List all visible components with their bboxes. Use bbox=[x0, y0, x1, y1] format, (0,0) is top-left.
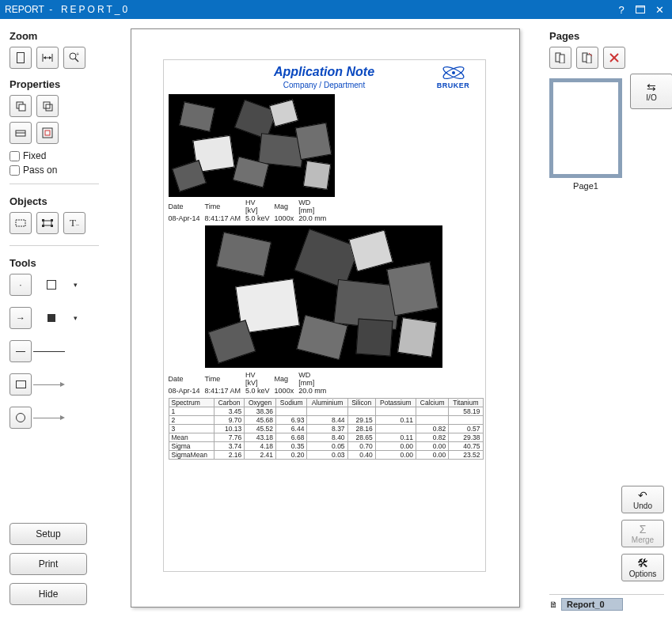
tab-report0[interactable]: Report_0 bbox=[561, 598, 623, 611]
setup-button[interactable]: Setup bbox=[9, 523, 87, 545]
sem-image-2 bbox=[205, 225, 442, 368]
object-text-button[interactable]: T.. bbox=[63, 212, 85, 234]
zoom-custom-button[interactable]: + bbox=[63, 47, 85, 69]
svg-point-27 bbox=[452, 71, 455, 74]
undo-button[interactable]: ↶ Undo bbox=[621, 486, 664, 513]
prop-3-button[interactable] bbox=[9, 122, 32, 144]
tool-line-button[interactable] bbox=[9, 340, 32, 362]
sigma-icon: Σ bbox=[640, 524, 647, 535]
outline-dropdown[interactable]: ▾ bbox=[70, 281, 81, 289]
properties-heading: Properties bbox=[9, 78, 99, 90]
arrowstyle2-sample bbox=[33, 414, 70, 422]
swap-icon: ⇆ bbox=[647, 81, 656, 93]
tool-circle-button[interactable] bbox=[9, 407, 32, 429]
undo-icon: ↶ bbox=[638, 490, 647, 501]
arrowstyle1-sample bbox=[33, 380, 70, 388]
window-title: REPORT - REPORT_0 bbox=[5, 4, 610, 15]
options-icon: 🛠 bbox=[637, 558, 648, 569]
object-handles-button[interactable] bbox=[36, 212, 59, 234]
maximize-button[interactable] bbox=[632, 3, 648, 16]
fill-dropdown[interactable]: ▾ bbox=[70, 314, 81, 322]
left-sidebar: Zoom + Properties Fixed Pass on Objects bbox=[0, 19, 108, 617]
tool-rect-button[interactable] bbox=[9, 373, 32, 396]
svg-rect-22 bbox=[51, 219, 53, 221]
svg-rect-21 bbox=[42, 219, 44, 221]
tools-heading: Tools bbox=[9, 257, 99, 269]
svg-rect-17 bbox=[43, 128, 52, 138]
close-button[interactable]: ✕ bbox=[651, 3, 667, 16]
passon-checkbox[interactable] bbox=[9, 165, 20, 176]
tool-point-button[interactable]: · bbox=[9, 274, 32, 296]
svg-rect-2 bbox=[17, 53, 25, 63]
prop-2-button[interactable] bbox=[36, 95, 59, 117]
svg-rect-23 bbox=[42, 225, 44, 227]
right-sidebar: Pages Page1 ⇆ I/O ↶ Undo bbox=[541, 19, 672, 617]
options-button[interactable]: 🛠 Options bbox=[621, 554, 664, 581]
meta-table-1: Date Time HV[kV] Mag WD[mm] 08-Apr-14 8:… bbox=[169, 199, 332, 222]
objects-heading: Objects bbox=[9, 195, 99, 207]
report-page[interactable]: Application Note Company / Department BR… bbox=[131, 28, 520, 608]
sem-image-1 bbox=[169, 94, 335, 197]
passon-checkbox-row[interactable]: Pass on bbox=[9, 165, 99, 176]
page1-label: Page1 bbox=[573, 181, 598, 191]
fixed-checkbox[interactable] bbox=[9, 151, 20, 161]
pages-insert-button[interactable] bbox=[576, 47, 598, 69]
pages-new-button[interactable] bbox=[549, 47, 571, 69]
svg-rect-29 bbox=[560, 55, 564, 63]
prop-4-button[interactable] bbox=[36, 122, 59, 144]
passon-label: Pass on bbox=[23, 165, 57, 176]
svg-rect-18 bbox=[45, 131, 50, 135]
svg-rect-19 bbox=[16, 220, 25, 226]
svg-marker-7 bbox=[49, 56, 51, 59]
svg-rect-24 bbox=[51, 225, 53, 227]
svg-rect-13 bbox=[44, 102, 50, 108]
svg-rect-31 bbox=[587, 55, 591, 63]
svg-line-9 bbox=[75, 59, 78, 62]
separator bbox=[9, 245, 99, 246]
print-button[interactable]: Print bbox=[9, 553, 87, 575]
merge-button: Σ Merge bbox=[621, 520, 664, 547]
bruker-logo: BRUKER bbox=[430, 65, 477, 89]
hide-button[interactable]: Hide bbox=[9, 583, 87, 605]
titlebar: REPORT - REPORT_0 ? ✕ bbox=[0, 0, 672, 19]
meta-table-2: Date Time HV[kV] Mag WD[mm] 08-Apr-14 8:… bbox=[169, 371, 332, 395]
zoom-fit-page-button[interactable] bbox=[9, 47, 32, 69]
svg-rect-20 bbox=[44, 221, 51, 225]
fill-sample bbox=[33, 314, 70, 322]
zoom-fit-width-button[interactable] bbox=[36, 47, 59, 69]
svg-point-8 bbox=[70, 53, 76, 59]
prop-1-button[interactable] bbox=[9, 95, 32, 117]
canvas[interactable]: Application Note Company / Department BR… bbox=[108, 19, 541, 617]
page-title: Application Note bbox=[219, 65, 430, 79]
separator bbox=[9, 184, 99, 184]
zoom-heading: Zoom bbox=[9, 30, 99, 42]
fixed-checkbox-row[interactable]: Fixed bbox=[9, 150, 99, 161]
pages-delete-button[interactable] bbox=[603, 47, 625, 69]
outline-sample bbox=[33, 280, 70, 290]
page-icon: 🗎 bbox=[549, 600, 558, 609]
object-select-button[interactable] bbox=[9, 212, 32, 234]
page1-thumbnail[interactable] bbox=[549, 78, 622, 178]
help-button[interactable]: ? bbox=[613, 3, 629, 16]
page-content: Application Note Company / Department BR… bbox=[163, 59, 486, 572]
fixed-label: Fixed bbox=[23, 150, 46, 161]
tool-arrow-button[interactable]: → bbox=[9, 307, 32, 329]
svg-rect-12 bbox=[19, 104, 25, 111]
svg-text:+: + bbox=[76, 52, 79, 57]
pages-heading: Pages bbox=[549, 30, 664, 42]
tab-bar: 🗎 Report_0 bbox=[549, 594, 664, 611]
spectrum-table: SpectrumCarbonOxygenSodiumAluminiumSilic… bbox=[169, 398, 484, 460]
linestyle-sample bbox=[33, 351, 70, 352]
page-subtitle: Company / Department bbox=[219, 81, 430, 89]
svg-marker-6 bbox=[44, 56, 46, 59]
io-button[interactable]: ⇆ I/O bbox=[630, 74, 672, 109]
